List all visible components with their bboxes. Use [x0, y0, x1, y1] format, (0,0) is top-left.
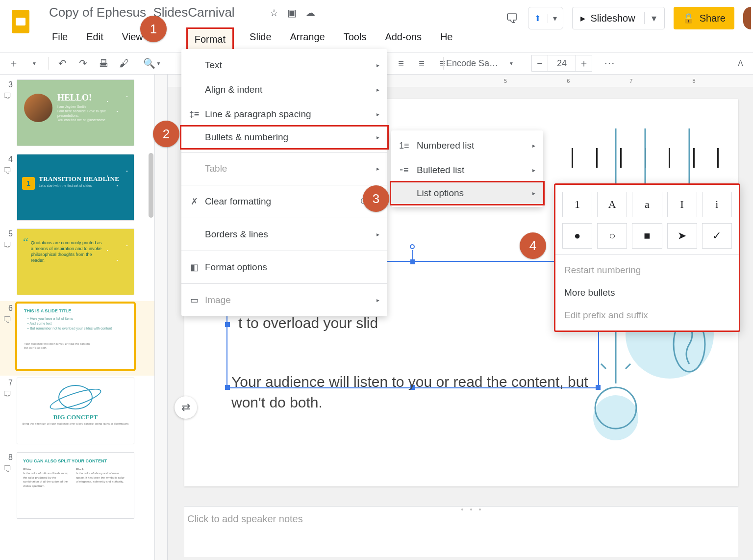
- svg-line-12: [626, 364, 630, 369]
- slide-number: 5: [3, 229, 13, 238]
- font-size-increase[interactable]: ＋: [576, 55, 592, 72]
- bullet-square[interactable]: ■: [632, 223, 662, 249]
- thumb-7[interactable]: 🗨 7 BIG CONCEPT Bring the attention of y…: [0, 376, 154, 450]
- list-style-a[interactable]: a: [632, 192, 662, 217]
- numbered-list-icon: 1≡: [399, 141, 409, 151]
- font-size-group: − 24 ＋: [531, 55, 592, 72]
- format-bullets-numbering[interactable]: Bullets & numbering▸: [180, 125, 389, 150]
- annotation-step-3: 3: [363, 185, 389, 212]
- cloud-status-icon: ☁: [305, 7, 315, 19]
- comments-icon[interactable]: 🗨: [505, 7, 519, 29]
- move-icon[interactable]: ▣: [287, 7, 297, 19]
- comment-indicator-icon: 🗨: [3, 464, 12, 474]
- new-slide-caret[interactable]: ▼: [25, 54, 43, 72]
- thumb-canvas: BIG CONCEPT Bring the attention of your …: [17, 378, 134, 444]
- menu-file[interactable]: File: [49, 27, 71, 51]
- slide-number: 6: [3, 303, 13, 313]
- slide-number: 3: [3, 79, 13, 89]
- format-borders[interactable]: Borders & lines▸: [181, 222, 387, 247]
- bullet-disc[interactable]: ●: [562, 223, 592, 249]
- resize-handle[interactable]: [225, 385, 230, 390]
- list-style-i[interactable]: i: [702, 192, 732, 217]
- thumb-canvas: YOU CAN ALSO SPLIT YOUR CONTENT WhiteIs …: [17, 452, 134, 519]
- format-clear[interactable]: ✗ Clear formatting Ctrl+\: [181, 189, 387, 214]
- thumb-6[interactable]: 🗨 6 THIS IS A SLIDE TITLE ∘ Here you hav…: [0, 301, 154, 376]
- font-family-label: Encode Sa…: [446, 58, 498, 69]
- list-style-1[interactable]: 1: [562, 192, 592, 217]
- redo-button[interactable]: ↷: [74, 54, 92, 72]
- bulleted-list[interactable]: ⁃≡ Bulleted list▸: [391, 158, 543, 182]
- print-button[interactable]: 🖶: [95, 54, 112, 72]
- undo-button[interactable]: ↶: [53, 54, 71, 72]
- format-text[interactable]: Text▸: [181, 53, 387, 77]
- bulleted-list-icon: ⁃≡: [399, 165, 409, 176]
- menu-tools[interactable]: Tools: [341, 27, 370, 51]
- resize-handle[interactable]: [410, 259, 415, 264]
- star-icon[interactable]: ☆: [270, 7, 278, 19]
- collapse-toolbar-icon[interactable]: ᐱ: [738, 59, 743, 68]
- format-align[interactable]: Align & indent▸: [181, 77, 387, 102]
- notes-resize-grip[interactable]: [461, 509, 481, 510]
- chevron-down-icon[interactable]: ▾: [548, 14, 557, 23]
- menu-bar: File Edit View Format Slide Arrange Tool…: [49, 27, 455, 51]
- slides-logo[interactable]: [9, 7, 32, 36]
- annotation-step-2: 2: [153, 121, 179, 147]
- numbered-list[interactable]: 1≡ Numbered list▸: [391, 133, 543, 158]
- share-label: Share: [700, 13, 726, 24]
- menu-format[interactable]: Format: [186, 27, 234, 51]
- menu-help[interactable]: He: [437, 27, 456, 51]
- font-family-select[interactable]: Encode Sa… ▼: [446, 58, 514, 69]
- bullet-arrow[interactable]: ➤: [667, 223, 697, 249]
- share-button[interactable]: 🔒 Share: [674, 7, 734, 29]
- bullet-check[interactable]: ✓: [702, 223, 732, 249]
- list-style-I[interactable]: I: [667, 192, 697, 217]
- format-table: Table▸: [181, 156, 387, 181]
- resize-handle[interactable]: [225, 322, 230, 327]
- menu-arrange[interactable]: Arrange: [287, 27, 328, 51]
- chevron-down-icon[interactable]: ▾: [644, 12, 656, 24]
- menu-slide[interactable]: Slide: [247, 27, 274, 51]
- new-slide-button[interactable]: ＋: [5, 54, 23, 72]
- line-spacing-icon: ‡≡: [188, 109, 200, 120]
- speaker-notes[interactable]: Click to add speaker notes: [184, 506, 738, 557]
- rotate-handle[interactable]: [410, 244, 415, 249]
- toolbar-overflow[interactable]: ⋯: [604, 57, 616, 70]
- slideshow-button[interactable]: ▸ Slideshow ▾: [572, 7, 664, 29]
- menu-edit[interactable]: Edit: [83, 27, 106, 51]
- slide-number: 4: [3, 154, 13, 164]
- slide-number: 8: [3, 452, 13, 462]
- account-avatar[interactable]: [743, 7, 751, 29]
- font-size-value[interactable]: 24: [548, 55, 576, 72]
- slide-body-text[interactable]: Your audience will listen to you or read…: [231, 372, 594, 413]
- thumb-canvas: THIS IS A SLIDE TITLE ∘ Here you have a …: [17, 303, 134, 370]
- play-icon: ▸: [580, 12, 585, 24]
- format-options[interactable]: ◧ Format options: [181, 255, 387, 280]
- more-bullets[interactable]: More bullets: [562, 281, 732, 304]
- list-style-A[interactable]: A: [597, 192, 627, 217]
- format-image: ▭ Image▸: [181, 288, 387, 312]
- bullet-circle[interactable]: ○: [597, 223, 627, 249]
- menu-addons[interactable]: Add-ons: [382, 27, 425, 51]
- lock-icon: 🔒: [682, 12, 695, 24]
- thumb-4[interactable]: 🗨 4 1 TRANSITION HEADLINE Let's start wi…: [0, 152, 154, 227]
- align-center-button[interactable]: ≡: [413, 54, 430, 72]
- comment-indicator-icon: 🗨: [3, 91, 12, 102]
- list-options[interactable]: List options▸: [390, 181, 545, 205]
- font-size-decrease[interactable]: −: [531, 55, 548, 72]
- align-left-button[interactable]: ≡: [392, 54, 410, 72]
- outside-slide-indicator[interactable]: ⇄: [175, 396, 197, 419]
- thumb-3[interactable]: 🗨 3 HELLO! I am Jayden Smith I am here b…: [0, 77, 154, 152]
- paint-format-button[interactable]: 🖌: [115, 54, 133, 72]
- present-chip[interactable]: ⬆ ▾: [528, 7, 563, 29]
- thumb-canvas: 1 TRANSITION HEADLINE Let's start with t…: [17, 154, 134, 221]
- annotation-step-4: 4: [520, 232, 546, 259]
- format-line-spacing[interactable]: ‡≡ Line & paragraph spacing▸: [181, 102, 387, 127]
- notes-placeholder: Click to add speaker notes: [187, 513, 303, 524]
- thumb-8[interactable]: 🗨 8 YOU CAN ALSO SPLIT YOUR CONTENT Whit…: [0, 450, 154, 525]
- document-title[interactable]: Copy of Ephesus_SlidesCarnival: [49, 5, 235, 20]
- thumb-5[interactable]: 🗨 5 “ Quotations are commonly printed as…: [0, 227, 154, 301]
- zoom-button[interactable]: 🔍▼: [143, 54, 161, 72]
- comment-indicator-icon: 🗨: [3, 389, 12, 400]
- chevron-down-icon: ▼: [509, 61, 514, 66]
- number-style-grid: 1 A a I i: [562, 192, 732, 217]
